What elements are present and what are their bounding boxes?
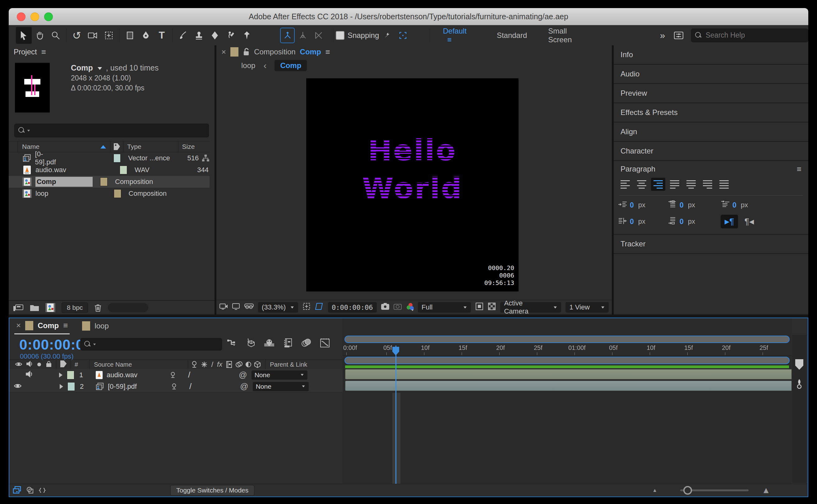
- project-tab[interactable]: Project ≡: [9, 45, 214, 58]
- close-tab-icon[interactable]: ×: [221, 47, 226, 57]
- number-column-label[interactable]: #: [75, 361, 78, 368]
- selection-tool[interactable]: [16, 27, 32, 44]
- composition-mini-flowchart-icon[interactable]: [227, 338, 237, 348]
- quality-switch[interactable]: /: [189, 382, 191, 391]
- quality-switch-icon[interactable]: /: [211, 360, 213, 369]
- align-right-button[interactable]: [651, 178, 665, 191]
- graph-editor-icon[interactable]: [319, 338, 330, 348]
- frame-blending-icon[interactable]: [283, 338, 293, 348]
- new-composition-icon[interactable]: [45, 303, 55, 312]
- draft-3d-icon[interactable]: [245, 338, 255, 348]
- panel-menu-icon[interactable]: ≡: [797, 164, 801, 174]
- snapshot-icon[interactable]: [381, 303, 389, 312]
- first-line-indent-field[interactable]: 0px: [721, 200, 773, 210]
- panel-audio[interactable]: Audio: [614, 65, 808, 84]
- audio-enabled-switch[interactable]: [25, 371, 32, 379]
- expand-layer-arrow[interactable]: [60, 384, 63, 389]
- help-search-input[interactable]: [705, 31, 804, 40]
- playhead-line[interactable]: [395, 346, 396, 485]
- brush-tool[interactable]: [175, 27, 191, 44]
- rectangle-tool[interactable]: [122, 27, 138, 44]
- inout-panes-icon[interactable]: [39, 486, 46, 495]
- parent-select[interactable]: None: [253, 382, 309, 391]
- help-search[interactable]: [691, 29, 808, 42]
- comp-label-swatch[interactable]: [230, 47, 238, 57]
- shy-layers-icon[interactable]: [264, 338, 275, 348]
- timeline-tab-loop[interactable]: loop: [82, 321, 108, 331]
- composition-tab[interactable]: × Composition Comp ≡: [216, 45, 612, 58]
- zoom-out-mountain-icon[interactable]: ▲: [652, 488, 657, 493]
- quality-switch[interactable]: /: [188, 370, 190, 380]
- parent-select[interactable]: None: [251, 370, 307, 380]
- workspace-menu-icon[interactable]: ≡: [448, 35, 452, 44]
- workspace-default[interactable]: Default ≡: [443, 27, 476, 44]
- project-row-audio[interactable]: WAV audio.wav WAV 344: [9, 164, 209, 176]
- project-search[interactable]: [14, 124, 209, 137]
- rtl-direction-button[interactable]: ¶◀: [741, 215, 758, 228]
- layer-label-swatch[interactable]: [67, 371, 74, 379]
- layer-bar-audio[interactable]: [345, 369, 792, 379]
- puppet-pin-tool[interactable]: [239, 27, 255, 44]
- panel-info[interactable]: Info: [614, 45, 808, 65]
- roto-brush-tool[interactable]: [223, 27, 239, 44]
- pen-tool[interactable]: [138, 27, 154, 44]
- layer-name[interactable]: audio.wav: [107, 371, 166, 379]
- layer-bar-pdf[interactable]: [345, 381, 792, 391]
- motion-blur-switch-icon[interactable]: [235, 361, 243, 368]
- timeline-search-input[interactable]: [100, 340, 218, 349]
- video-enabled-switch[interactable]: [14, 383, 22, 391]
- zoom-in-mountain-icon[interactable]: ▲: [762, 485, 770, 495]
- align-center-button[interactable]: [635, 178, 649, 191]
- project-row-pdf[interactable]: [0-59].pdf Vector ...ence 516: [9, 152, 209, 164]
- interpret-footage-icon[interactable]: [13, 304, 24, 312]
- video-column-icon[interactable]: [15, 361, 22, 368]
- breadcrumb-parent[interactable]: loop: [241, 61, 255, 70]
- label-swatch[interactable]: [113, 154, 121, 163]
- fx-switch-icon[interactable]: fx: [217, 360, 222, 369]
- minimize-window-button[interactable]: [30, 12, 39, 21]
- comp-marker-bin-icon[interactable]: [795, 359, 803, 370]
- view-axis-mode-button[interactable]: [311, 27, 327, 44]
- expand-layer-switches-icon[interactable]: [12, 486, 22, 495]
- comp-button-icon[interactable]: [795, 378, 804, 390]
- workspace-small-screen[interactable]: Small Screen: [548, 27, 590, 44]
- panel-menu-icon[interactable]: ≡: [63, 321, 68, 330]
- show-snapshot-icon[interactable]: [393, 303, 401, 312]
- pan-behind-tool[interactable]: [101, 27, 117, 44]
- footage-name[interactable]: Comp: [71, 63, 93, 72]
- camera-tool[interactable]: [85, 27, 101, 44]
- pickwhip-icon[interactable]: @: [239, 370, 247, 380]
- transfer-controls-icon[interactable]: [26, 486, 34, 494]
- project-row-comp-selected[interactable]: Comp Composition: [9, 176, 209, 188]
- ltr-direction-button[interactable]: ▶¶: [721, 215, 738, 228]
- label-swatch[interactable]: [114, 189, 121, 198]
- audio-column-icon[interactable]: [26, 361, 32, 369]
- always-preview-icon[interactable]: [219, 303, 227, 312]
- project-scrollbar[interactable]: [108, 303, 148, 312]
- project-bpc-button[interactable]: 8 bpc: [62, 302, 88, 313]
- time-ruler[interactable]: 0:00f 05f 10f 15f 20f 25f 01:00f 05f 10f…: [342, 343, 792, 356]
- panel-effects-presets[interactable]: Effects & Presets: [614, 103, 808, 122]
- rotation-tool[interactable]: ↺: [69, 27, 85, 44]
- snap-edges-icon[interactable]: [395, 27, 411, 44]
- more-workspaces-icon[interactable]: »: [660, 30, 665, 41]
- justify-last-center-button[interactable]: [684, 178, 698, 191]
- toggle-switches-modes-button[interactable]: Toggle Switches / Modes: [170, 485, 254, 496]
- collapse-switch-icon[interactable]: [201, 361, 207, 368]
- resolution-select[interactable]: Full: [418, 302, 471, 313]
- lock-column-icon[interactable]: [46, 361, 52, 369]
- pickwhip-icon[interactable]: @: [240, 382, 248, 391]
- motion-blur-icon[interactable]: [301, 338, 311, 348]
- close-tab-icon[interactable]: ×: [16, 321, 21, 330]
- breadcrumb-current[interactable]: Comp: [274, 60, 307, 71]
- indent-right-field[interactable]: 0px: [618, 215, 668, 228]
- shy-switch[interactable]: [170, 372, 176, 378]
- panel-align[interactable]: Align: [614, 122, 808, 142]
- workspace-settings-icon[interactable]: [671, 27, 686, 44]
- sort-ascending-icon[interactable]: [100, 145, 106, 149]
- column-type[interactable]: Type: [127, 143, 141, 150]
- channels-icon[interactable]: [406, 303, 414, 312]
- target-region-icon[interactable]: [475, 302, 484, 312]
- safe-guides-icon[interactable]: [302, 302, 310, 312]
- trash-icon[interactable]: [94, 303, 102, 312]
